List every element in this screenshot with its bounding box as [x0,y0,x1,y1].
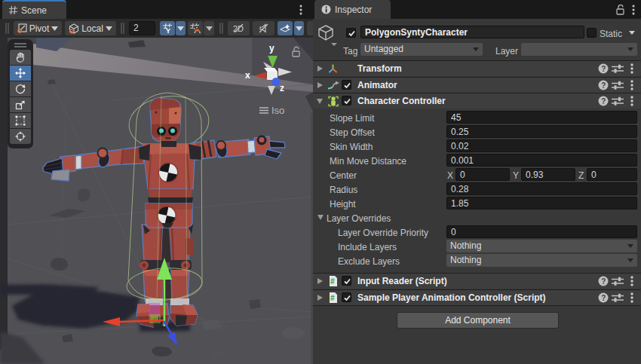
svg-text:y: y [269,43,274,54]
svg-text:?: ? [601,294,606,302]
svg-text:Y: Y [166,27,170,34]
svg-text:?: ? [601,81,606,90]
svg-text:z: z [280,83,284,93]
svg-text:#: # [330,277,335,286]
svg-text:#: # [330,294,335,302]
svg-text:?: ? [601,277,606,286]
svg-text:?: ? [601,65,606,73]
svg-text:?: ? [601,97,606,106]
svg-text:Iso: Iso [271,105,284,116]
svg-text:x: x [245,70,250,81]
